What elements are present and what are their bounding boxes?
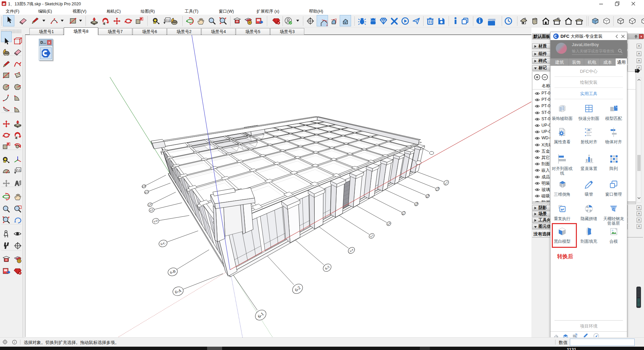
svg-text:A1: A1: [17, 168, 21, 172]
svg-text:G: G: [17, 243, 18, 245]
svg-text:6-10: 6-10: [435, 186, 440, 192]
svg-text:6-8: 6-8: [414, 202, 419, 206]
svg-text:ºº: ºº: [17, 246, 18, 248]
svg-text:6-9: 6-9: [426, 194, 430, 198]
svg-text:ºº: ºº: [309, 21, 311, 23]
svg-text:6-7: 6-7: [401, 211, 406, 216]
svg-text:A1: A1: [166, 18, 170, 22]
svg-text:G: G: [309, 19, 311, 21]
svg-text:i: i: [14, 340, 15, 344]
